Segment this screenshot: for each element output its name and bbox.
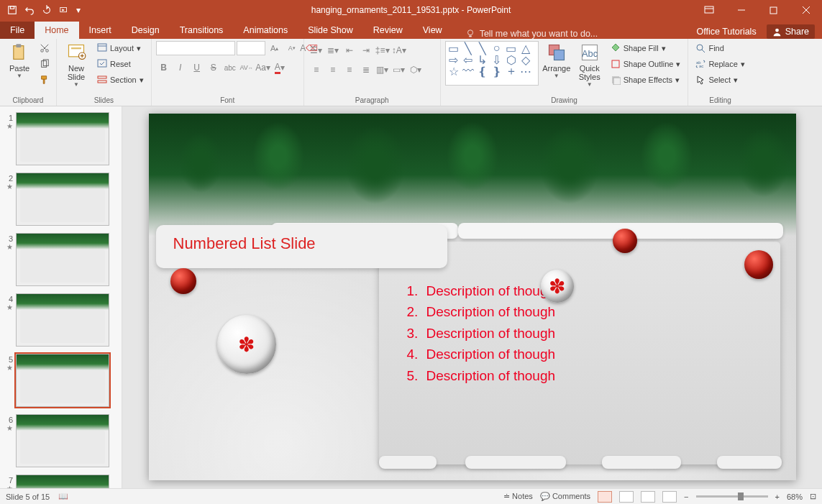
new-slide-button[interactable]: New Slide ▼ [61, 41, 91, 88]
shape-line-icon[interactable]: ╲ [462, 43, 475, 53]
shape-curve-icon[interactable]: 〰 [462, 66, 475, 76]
tab-transitions[interactable]: Transitions [170, 22, 234, 39]
shape-brace-icon[interactable]: ❴ [476, 66, 489, 76]
underline-icon[interactable]: U [189, 60, 205, 75]
shape-oval-icon[interactable]: ○ [490, 43, 503, 53]
slide-thumbnail[interactable] [16, 233, 109, 286]
numbering-icon[interactable]: ≣▾ [325, 43, 341, 58]
shape-more-icon[interactable]: ⋯ [519, 66, 532, 76]
find-button[interactable]: Find [693, 41, 747, 55]
font-name-combo[interactable] [156, 41, 235, 55]
shape-tri-icon[interactable]: △ [519, 43, 532, 53]
tab-review[interactable]: Review [363, 22, 413, 39]
select-button[interactable]: Select ▾ [693, 73, 747, 87]
fit-to-window-icon[interactable]: ⊡ [810, 492, 816, 501]
columns-icon[interactable]: ▥▾ [375, 63, 391, 77]
strikethrough-icon[interactable]: S [206, 60, 222, 75]
align-left-icon[interactable]: ≡ [309, 63, 324, 77]
shapes-gallery[interactable]: ▭╲╲○▭△ ⇨⇦↳⇩⬡◇ ☆〰❴❵＋⋯ [445, 41, 539, 86]
normal-view-icon[interactable] [598, 491, 612, 503]
layout-button[interactable]: Layout ▾ [94, 41, 147, 55]
slide-canvas[interactable]: Numbered List Slide Description of thoug… [122, 106, 822, 488]
save-icon[interactable] [4, 2, 20, 18]
slide-title[interactable]: Numbered List Slide [173, 234, 316, 253]
line-spacing-icon[interactable]: ‡≡▾ [375, 43, 391, 58]
list-item[interactable]: Description of though [422, 365, 556, 386]
list-item[interactable]: Description of though [422, 301, 556, 322]
character-spacing-icon[interactable]: AV↔ [239, 60, 255, 75]
slide-sorter-view-icon[interactable] [619, 491, 634, 503]
zoom-slider[interactable] [696, 495, 768, 498]
shape-rect2-icon[interactable]: ▭ [505, 43, 518, 53]
reading-view-icon[interactable] [641, 491, 655, 503]
text-direction-icon[interactable]: ↕A▾ [391, 43, 407, 58]
maximize-icon[interactable] [757, 0, 790, 20]
slide-thumbnail[interactable] [16, 475, 109, 488]
justify-icon[interactable]: ≣ [358, 63, 374, 77]
increase-indent-icon[interactable]: ⇥ [358, 43, 374, 58]
shape-diamond-icon[interactable]: ◇ [519, 55, 532, 65]
replace-button[interactable]: abacReplace ▾ [693, 57, 747, 71]
shape-effects-button[interactable]: Shape Effects ▾ [608, 73, 684, 87]
bold-icon[interactable]: B [156, 60, 172, 75]
align-center-icon[interactable]: ≡ [325, 63, 341, 77]
list-item[interactable]: Description of though [422, 323, 556, 344]
start-from-beginning-icon[interactable] [56, 2, 72, 18]
change-case-icon[interactable]: Aa▾ [255, 60, 271, 75]
tab-view[interactable]: View [413, 22, 452, 39]
undo-icon[interactable] [22, 2, 37, 18]
slide-thumbnail[interactable] [16, 293, 109, 347]
ribbon-display-options-icon[interactable] [693, 0, 725, 20]
tab-file[interactable]: File [0, 22, 35, 39]
share-button[interactable]: Share [767, 24, 815, 39]
spellcheck-icon[interactable]: 📖 [58, 492, 68, 501]
tab-insert[interactable]: Insert [79, 22, 122, 39]
font-color-icon[interactable]: A▾ [272, 60, 288, 75]
shape-fill-button[interactable]: Shape Fill ▾ [608, 41, 684, 55]
arrange-button[interactable]: Arrange▼ [542, 41, 572, 79]
close-icon[interactable] [790, 0, 822, 20]
numbered-list[interactable]: Description of thoughDescription of thou… [409, 280, 556, 386]
font-size-combo[interactable] [237, 41, 265, 55]
zoom-in-icon[interactable]: + [775, 492, 780, 501]
reset-button[interactable]: Reset [94, 57, 147, 71]
slideshow-view-icon[interactable] [662, 491, 677, 503]
italic-icon[interactable]: I [173, 60, 188, 75]
shape-arrowd-icon[interactable]: ⇩ [490, 55, 503, 65]
cut-icon[interactable] [37, 41, 52, 55]
smartart-icon[interactable]: ⬡▾ [408, 63, 424, 77]
decrease-font-icon[interactable]: A▾ [284, 41, 300, 55]
shape-arrow-icon[interactable]: ⇨ [447, 55, 460, 65]
slide-thumbnail[interactable] [16, 173, 109, 226]
format-painter-icon[interactable] [37, 73, 52, 87]
tab-design[interactable]: Design [122, 22, 170, 39]
section-button[interactable]: Section ▾ [94, 73, 147, 87]
increase-font-icon[interactable]: A▴ [267, 41, 283, 55]
shape-plus-icon[interactable]: ＋ [505, 66, 518, 76]
comments-button[interactable]: 💬 Comments [540, 492, 590, 501]
redo-icon[interactable] [39, 2, 55, 18]
tell-me-search[interactable]: Tell me what you want to do... [465, 29, 598, 39]
align-right-icon[interactable]: ≡ [342, 63, 357, 77]
qat-customize-icon[interactable]: ▾ [73, 2, 83, 18]
quick-styles-button[interactable]: Abc Quick Styles▼ [575, 41, 605, 88]
notes-button[interactable]: ≐ Notes [503, 492, 533, 501]
bullets-icon[interactable]: ☰▾ [309, 43, 324, 58]
shape-brace2-icon[interactable]: ❵ [490, 66, 503, 76]
zoom-level[interactable]: 68% [787, 492, 803, 501]
slide-counter[interactable]: Slide 5 of 15 [6, 492, 50, 501]
list-item[interactable]: Description of though [422, 280, 556, 301]
list-item[interactable]: Description of though [422, 344, 556, 365]
office-tutorials-link[interactable]: Office Tutorials [697, 27, 757, 37]
align-text-icon[interactable]: ▭▾ [391, 63, 407, 77]
slide-thumbnail[interactable] [16, 354, 109, 407]
minimize-icon[interactable] [725, 0, 757, 20]
shape-arrowl-icon[interactable]: ⇦ [462, 55, 475, 65]
decrease-indent-icon[interactable]: ⇤ [342, 43, 357, 58]
shape-line2-icon[interactable]: ╲ [476, 43, 489, 53]
paste-button[interactable]: Paste ▼ [4, 41, 35, 79]
shape-outline-button[interactable]: Shape Outline ▾ [608, 57, 684, 71]
copy-icon[interactable] [37, 57, 52, 71]
slide-thumbnail[interactable] [16, 112, 109, 165]
tab-slide-show[interactable]: Slide Show [298, 22, 363, 39]
